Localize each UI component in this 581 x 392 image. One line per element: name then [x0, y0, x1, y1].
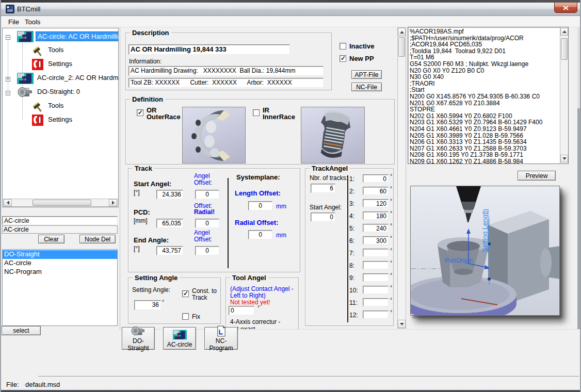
trackangel-start-label: Start Angel:	[310, 204, 342, 211]
track-row-input[interactable]	[363, 286, 389, 294]
list-item[interactable]: AC-circle	[3, 259, 117, 268]
scroll-up-button[interactable]	[398, 28, 406, 36]
scroll-down-button[interactable]	[398, 320, 406, 328]
tree-item-label[interactable]: DO-Straight: 0	[36, 87, 82, 96]
trackangel-start-input[interactable]: 0	[311, 213, 335, 222]
expand-icon[interactable]: +	[6, 77, 10, 81]
const-to-track-label: Const. to	[192, 287, 217, 295]
tree-item-label[interactable]: Tools	[46, 101, 65, 110]
collapse-icon[interactable]: −	[6, 91, 10, 95]
track-row-input[interactable]	[363, 298, 389, 306]
title-bar[interactable]: BTCmill	[1, 3, 581, 16]
clear-button[interactable]: Clear	[38, 235, 64, 243]
nc-program-button[interactable]: NC-Program	[204, 327, 238, 350]
length-offset-label: Length Offset:	[235, 189, 281, 197]
node-name-input[interactable]: AC-circle	[2, 216, 118, 225]
group-label: Description	[130, 29, 171, 37]
setting-angle-input[interactable]: 36	[134, 300, 161, 310]
inner-race-checkbox[interactable]	[253, 109, 260, 116]
tool-angel-warning: Not tested yet!	[230, 299, 270, 306]
collapse-icon[interactable]: −	[6, 35, 10, 40]
track-row-input[interactable]: 180	[363, 211, 389, 220]
description-title-input[interactable]: AC OR Hardmilling 19,844 333	[128, 44, 290, 55]
track-row-input[interactable]: 240	[363, 224, 389, 232]
nc-vscrollbar[interactable]	[560, 27, 568, 164]
scrollbar-thumb[interactable]	[577, 108, 581, 330]
tree-item-label[interactable]: AC-circle_2: AC OR Hardmi	[36, 73, 119, 82]
group-label: Setting Angle	[133, 274, 180, 282]
track-row-input[interactable]	[363, 273, 389, 282]
scrollbar-thumb[interactable]	[561, 38, 568, 60]
tool-angel-input[interactable]: 0	[229, 306, 254, 315]
tree-item-label[interactable]: Settings	[46, 59, 74, 68]
nc-file-button[interactable]: NC-File	[351, 83, 382, 91]
degree-unit: °	[390, 260, 392, 266]
list-item[interactable]: NC-Program	[3, 268, 117, 276]
drawing-info-field[interactable]: AC Hardmilling Drawing: XXXXXXXX Ball Di…	[128, 66, 324, 76]
node-del-button[interactable]: Node Del	[79, 235, 116, 243]
apt-file-button[interactable]: APT-File	[351, 70, 382, 79]
tooling-info-field[interactable]: Tool ZB: XXXXXX Cutter: XXXXXX Arbor: XX…	[128, 78, 324, 88]
nbr-tracks-input[interactable]: 6	[311, 184, 335, 193]
track-row-input[interactable]	[363, 249, 389, 257]
degree-unit: °	[390, 223, 392, 228]
scroll-up-button[interactable]	[560, 28, 568, 36]
select-button[interactable]: select	[2, 326, 41, 335]
pcd-label: PCD:	[134, 208, 150, 216]
track-row-input[interactable]	[363, 261, 389, 269]
scroll-right-button[interactable]	[109, 199, 117, 206]
radial-label: Radial!	[194, 208, 215, 216]
angel-offset-bottom-input[interactable]: 0	[195, 246, 219, 255]
preview-button[interactable]: Preview	[518, 171, 556, 181]
outer-race-label: OuterRace	[147, 113, 181, 121]
machine-icon	[17, 72, 34, 87]
tree-item-label[interactable]: Tools	[46, 45, 65, 54]
track-row-input[interactable]: 300	[363, 236, 389, 244]
new-pp-checkbox[interactable]	[340, 55, 346, 62]
scrollbar-thumb[interactable]	[33, 200, 91, 206]
radial-offset-input[interactable]: 0	[195, 219, 219, 228]
angel-offset-top-input[interactable]: 0	[195, 190, 219, 199]
outer-race-checkbox[interactable]	[137, 109, 143, 116]
menu-file[interactable]: File	[5, 18, 22, 26]
scrollbar-thumb[interactable]	[398, 37, 405, 57]
nc-output-box[interactable]: %ACOR198AS.mpf ;$PATH=/user/sinumerik/da…	[408, 27, 569, 164]
part-origin-label: PartOrigin	[445, 257, 473, 264]
ac-circle-button-label: AC-circle	[167, 341, 192, 348]
pcd-unit: [mm]	[134, 217, 148, 224]
track-row-label: 11:	[349, 299, 358, 306]
track-row-input[interactable]: 60	[363, 187, 389, 195]
scroll-down-button[interactable]	[560, 155, 568, 162]
scroll-left-button[interactable]	[4, 199, 12, 206]
window-vscrollbar[interactable]	[577, 27, 581, 380]
track-row-input[interactable]: 120	[363, 199, 389, 207]
close-button[interactable]	[554, 3, 577, 13]
hammer-icon	[32, 45, 44, 58]
tree-hscrollbar[interactable]	[3, 199, 118, 207]
do-straight-button-label: DO-Straight	[122, 337, 154, 352]
pcd-input[interactable]: 65,035	[156, 219, 183, 228]
tree-item-label[interactable]: Settings	[46, 115, 74, 124]
fix-checkbox[interactable]	[182, 313, 189, 320]
end-angle-input[interactable]: 43,757	[156, 246, 183, 255]
track-row-label: 6:	[349, 237, 354, 244]
center-vscrollbar[interactable]	[397, 27, 406, 329]
ac-circle-button[interactable]: AC-circle	[163, 327, 196, 350]
length-offset-input[interactable]: 0	[248, 201, 272, 210]
end-angle-label: End Angle:	[134, 236, 169, 244]
track-row-input[interactable]: 0	[363, 174, 389, 183]
grinding-wheel-icon	[17, 86, 34, 101]
degree-unit: °	[390, 297, 392, 303]
do-straight-button[interactable]: DO-Straight	[122, 327, 155, 350]
inactive-checkbox[interactable]	[340, 43, 346, 50]
tree-item-label[interactable]: AC-circle: AC OR Hardmillin	[36, 31, 119, 41]
angel-offset-label: Angel	[194, 229, 210, 236]
radial-offset-input2[interactable]: 0	[248, 230, 272, 239]
list-item[interactable]: DO-Straight	[3, 250, 117, 259]
menu-tools[interactable]: Tools	[22, 18, 43, 26]
const-to-track-checkbox[interactable]	[182, 290, 189, 297]
start-angel-input[interactable]: 24,336	[156, 190, 183, 199]
track-row-input[interactable]	[363, 311, 389, 319]
trackangel-divider	[347, 175, 348, 322]
degree-unit: °	[390, 186, 392, 191]
